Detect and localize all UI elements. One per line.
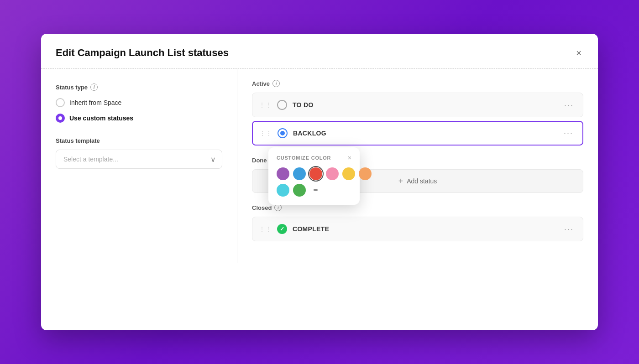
template-select[interactable]: Select a template... Bug Tracking Scrum … <box>56 150 222 169</box>
color-swatch-red[interactable] <box>309 167 322 180</box>
status-row-backlog: ⋮⋮ ··· <box>252 121 583 146</box>
drag-handle-complete[interactable]: ⋮⋮ <box>259 225 272 233</box>
template-select-wrapper: Select a template... Bug Tracking Scrum … <box>56 150 222 169</box>
color-picker-popup: CUSTOMIZE COLOR × <box>268 147 360 205</box>
radio-inherit[interactable]: Inherit from Space <box>56 98 222 107</box>
status-dot-backlog[interactable] <box>278 128 288 138</box>
edit-statuses-modal: Edit Campaign Launch List statuses × Sta… <box>41 34 598 330</box>
color-picker-title: CUSTOMIZE COLOR <box>277 155 331 161</box>
modal-body: Status type i Inherit from Space Use cus… <box>41 69 598 263</box>
eyedropper-button[interactable]: ✒ <box>309 184 322 197</box>
active-section: Active i ⋮⋮ TO DO ··· ⋮⋮ ··· <box>252 80 583 146</box>
status-row-todo: ⋮⋮ TO DO ··· <box>252 93 583 117</box>
drag-handle-backlog[interactable]: ⋮⋮ <box>259 130 272 137</box>
status-type-info-icon[interactable]: i <box>90 83 98 91</box>
radio-custom[interactable]: Use custom statuses <box>56 114 222 123</box>
eyedropper-icon: ✒ <box>313 186 319 194</box>
status-dot-todo <box>277 100 287 110</box>
active-info-icon[interactable]: i <box>272 80 280 87</box>
status-type-label: Status type i <box>56 83 222 91</box>
radio-circle-custom <box>56 114 65 123</box>
status-name-complete: COMPLETE <box>293 225 556 233</box>
color-swatch-pink[interactable] <box>326 167 339 180</box>
active-section-title: Active i <box>252 80 583 87</box>
drag-handle-todo[interactable]: ⋮⋮ <box>259 101 272 109</box>
status-dot-complete: ✓ <box>277 224 287 234</box>
modal-title: Edit Campaign Launch List statuses <box>56 47 229 59</box>
radio-circle-inherit <box>56 98 65 107</box>
color-swatch-cyan[interactable] <box>277 184 289 197</box>
more-button-backlog[interactable]: ··· <box>561 127 576 140</box>
color-picker-close-button[interactable]: × <box>348 155 351 161</box>
status-name-todo: TO DO <box>293 101 556 109</box>
more-button-todo[interactable]: ··· <box>561 99 576 112</box>
color-swatch-purple[interactable] <box>277 167 289 180</box>
closed-info-icon[interactable]: i <box>274 204 282 211</box>
modal-header: Edit Campaign Launch List statuses × <box>41 34 598 69</box>
color-picker-header: CUSTOMIZE COLOR × <box>277 155 351 161</box>
radio-label-custom: Use custom statuses <box>69 114 133 122</box>
close-button[interactable]: × <box>574 47 583 59</box>
color-swatch-green[interactable] <box>293 184 306 197</box>
plus-icon: + <box>398 177 403 186</box>
right-panel: Active i ⋮⋮ TO DO ··· ⋮⋮ ··· <box>237 69 598 263</box>
color-swatches <box>277 167 351 180</box>
active-section-area: ⋮⋮ ··· CUSTOMIZE COLOR × <box>252 121 583 146</box>
status-row-complete: ⋮⋮ ✓ COMPLETE ··· <box>252 217 583 241</box>
radio-group: Inherit from Space Use custom statuses <box>56 98 222 123</box>
template-label: Status template <box>56 137 222 144</box>
color-row-2: ✒ <box>277 184 351 197</box>
left-panel: Status type i Inherit from Space Use cus… <box>41 69 237 263</box>
add-status-label: Add status <box>407 177 437 185</box>
status-input-backlog[interactable] <box>293 130 555 137</box>
closed-section: Closed i ⋮⋮ ✓ COMPLETE ··· <box>252 204 583 241</box>
color-swatch-orange[interactable] <box>359 167 372 180</box>
color-swatch-yellow[interactable] <box>342 167 355 180</box>
color-swatch-blue[interactable] <box>293 167 306 180</box>
closed-section-title: Closed i <box>252 204 583 211</box>
more-button-complete[interactable]: ··· <box>561 223 576 236</box>
radio-label-inherit: Inherit from Space <box>69 99 121 106</box>
